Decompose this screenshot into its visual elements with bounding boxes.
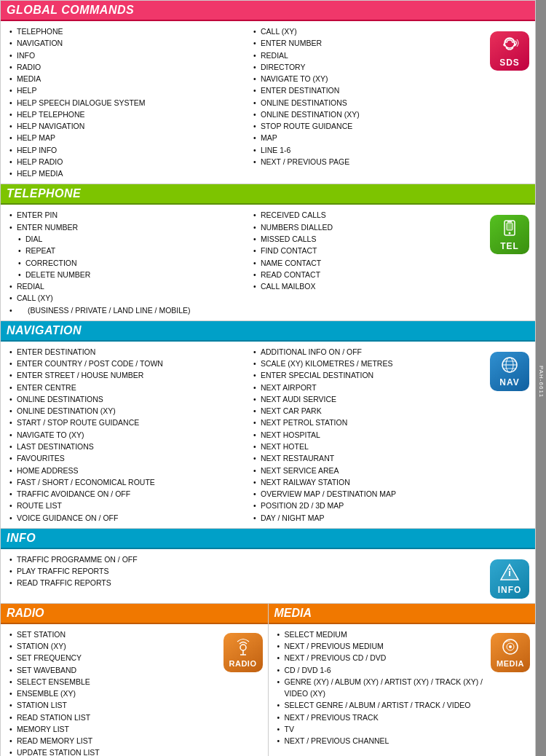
list-item: NEXT PETROL STATION <box>253 417 483 428</box>
radio-label: RADIO <box>229 659 257 668</box>
media-badge: MEDIA <box>491 633 530 672</box>
list-item: ENTER PIN <box>9 209 239 221</box>
info-icon-box: INFO <box>488 554 535 599</box>
list-item: TV <box>277 723 483 735</box>
list-item: TRAFFIC AVOIDANCE ON / OFF <box>9 488 239 500</box>
list-item: ENTER DESTINATION <box>9 346 239 358</box>
list-item: HELP NAVIGATION <box>9 120 239 132</box>
list-item: HELP TELEPHONE <box>9 109 239 120</box>
list-item: READ TRAFFIC REPORTS <box>9 577 239 588</box>
list-item: NUMBERS DIALLED <box>253 221 483 233</box>
list-item: TRAFFIC PROGRAMME ON / OFF <box>9 554 239 565</box>
svg-point-3 <box>509 232 511 234</box>
list-item: VOICE GUIDANCE ON / OFF <box>9 512 239 524</box>
list-item: ENSEMBLE (XY) <box>9 688 215 699</box>
info-header: INFO <box>1 529 535 549</box>
radio-icon <box>233 637 253 657</box>
list-item: NEXT / PREVIOUS TRACK <box>277 712 483 723</box>
list-item: HELP SPEECH DIALOGUE SYSTEM <box>9 97 239 109</box>
list-item: NEXT HOSPITAL <box>253 429 483 441</box>
list-item: ONLINE DESTINATION (XY) <box>9 405 239 417</box>
list-item: ENTER NUMBER <box>9 221 239 233</box>
list-item: FIND CONTACT <box>253 245 483 256</box>
content-area: GLOBAL COMMANDS TELEPHONE NAVIGATION INF… <box>0 0 536 756</box>
list-item: MAP <box>253 132 483 143</box>
list-item: NEXT AIRPORT <box>253 382 483 393</box>
radio-header: RADIO <box>1 604 268 624</box>
media-col: SELECT MEDIUM NEXT / PREVIOUS MEDIUM NEX… <box>269 629 489 747</box>
radio-badge: RADIO <box>223 633 263 672</box>
info-body: TRAFFIC PROGRAMME ON / OFF PLAY TRAFFIC … <box>1 549 535 603</box>
list-item: STOP ROUTE GUIDANCE <box>253 120 483 132</box>
list-item: NAME CONTACT <box>253 257 483 269</box>
list-item: ONLINE DESTINATIONS <box>9 393 239 405</box>
list-item: OVERVIEW MAP / DESTINATION MAP <box>253 488 483 500</box>
section-info: INFO TRAFFIC PROGRAMME ON / OFF PLAY TRA… <box>0 529 536 604</box>
list-item: NEXT / PREVIOUS MEDIUM <box>277 640 483 652</box>
sds-icon <box>499 35 520 55</box>
list-item: MEDIA <box>9 73 239 84</box>
list-item: ONLINE DESTINATION (XY) <box>253 109 483 120</box>
section-radio: RADIO SET STATION STATION (XY) SET FREQU… <box>1 604 269 756</box>
sds-label: SDS <box>499 58 520 68</box>
page-wrapper: GLOBAL COMMANDS TELEPHONE NAVIGATION INF… <box>0 0 546 756</box>
global-col1: TELEPHONE NAVIGATION INFO RADIO MEDIA HE… <box>1 25 245 179</box>
list-item: POSITION 2D / 3D MAP <box>253 500 483 511</box>
section-global: GLOBAL COMMANDS TELEPHONE NAVIGATION INF… <box>0 0 536 184</box>
telephone-col2: RECEIVED CALLS NUMBERS DIALLED MISSED CA… <box>245 209 488 315</box>
list-item: CALL MAILBOX <box>253 280 483 292</box>
list-item: REPEAT <box>9 245 239 256</box>
radio-icon-box: RADIO <box>221 629 268 756</box>
list-item: START / STOP ROUTE GUIDANCE <box>9 417 239 428</box>
list-item: HELP MEDIA <box>9 168 239 179</box>
list-item: REDIAL <box>253 50 483 61</box>
list-item: SELECT MEDIUM <box>277 629 483 640</box>
info-badge: INFO <box>490 559 529 599</box>
list-item: NAVIGATE TO (XY) <box>9 429 239 441</box>
list-item: NEXT SERVICE AREA <box>253 465 483 476</box>
info-label: INFO <box>498 585 522 595</box>
list-item: ADDITIONAL INFO ON / OFF <box>253 346 483 358</box>
list-item: DIAL <box>9 233 239 245</box>
global-icon-box: SDS <box>488 25 535 179</box>
telephone-icon-box: TEL <box>488 209 535 315</box>
telephone-header: TELEPHONE <box>1 184 535 205</box>
list-item: STATION LIST <box>9 699 215 711</box>
media-body: SELECT MEDIUM NEXT / PREVIOUS MEDIUM NEX… <box>269 624 536 752</box>
navigation-body: ENTER DESTINATION ENTER COUNTRY / POST C… <box>1 342 535 528</box>
global-header: GLOBAL COMMANDS <box>1 1 535 21</box>
list-item: NEXT AUDI SERVICE <box>253 393 483 405</box>
list-item: ENTER NUMBER <box>253 37 483 49</box>
list-item: NEXT / PREVIOUS PAGE <box>253 156 483 168</box>
media-label: MEDIA <box>496 659 524 668</box>
info-col1: TRAFFIC PROGRAMME ON / OFF PLAY TRAFFIC … <box>1 554 245 599</box>
list-item: READ MEMORY LIST <box>9 735 215 747</box>
radio-col: SET STATION STATION (XY) SET FREQUENCY S… <box>1 629 221 756</box>
list-item: ONLINE DESTINATIONS <box>253 97 483 109</box>
nav-badge: NAV <box>490 352 529 391</box>
section-telephone: TELEPHONE ENTER PIN ENTER NUMBER DIAL RE… <box>0 184 536 320</box>
list-item: MISSED CALLS <box>253 233 483 245</box>
media-header: MEDIA <box>269 604 536 624</box>
list-item: ENTER CENTRE <box>9 382 239 393</box>
list-item: NEXT / PREVIOUS CHANNEL <box>277 735 483 747</box>
list-item: (BUSINESS / PRIVATE / LAND LINE / MOBILE… <box>9 304 239 316</box>
list-item: HELP INFO <box>9 144 239 156</box>
list-item: DAY / NIGHT MAP <box>253 512 483 524</box>
list-item: INFO <box>9 50 239 61</box>
list-item: MEMORY LIST <box>9 723 215 735</box>
telephone-col1: ENTER PIN ENTER NUMBER DIAL REPEAT CORRE… <box>1 209 245 315</box>
radio-media-row: RADIO SET STATION STATION (XY) SET FREQU… <box>0 604 536 756</box>
telephone-body: ENTER PIN ENTER NUMBER DIAL REPEAT CORRE… <box>1 205 535 320</box>
list-item: RECEIVED CALLS <box>253 209 483 221</box>
nav-icon <box>499 355 520 375</box>
list-item: READ STATION LIST <box>9 712 215 723</box>
list-item: CD / DVD 1-6 <box>277 664 483 676</box>
svg-point-13 <box>240 645 246 650</box>
tel-badge: TEL <box>490 215 529 254</box>
list-item: RADIO <box>9 61 239 73</box>
list-item: FAVOURITES <box>9 452 239 464</box>
navigation-header: NAVIGATION <box>1 321 535 342</box>
info-icon <box>499 562 520 583</box>
media-icon-box: MEDIA <box>488 629 535 747</box>
